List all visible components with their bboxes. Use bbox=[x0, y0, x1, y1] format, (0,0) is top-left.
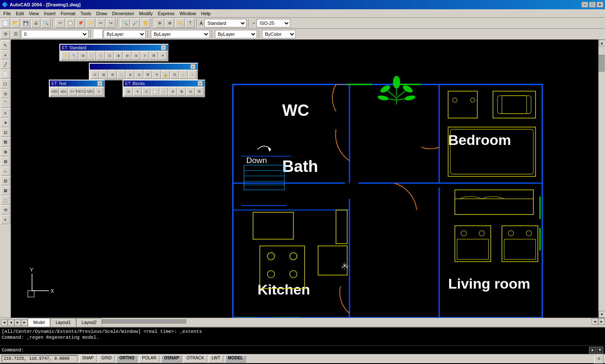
et-btn-5[interactable]: ∿ bbox=[96, 51, 105, 60]
preview-button[interactable]: 🔍 bbox=[41, 19, 51, 28]
tab-next2-button[interactable]: ► bbox=[21, 319, 28, 326]
lt-btn-4[interactable]: ⬜ bbox=[1, 70, 10, 79]
lt-btn-6[interactable]: ⊙ bbox=[1, 89, 10, 98]
lt-btn-19[interactable]: A bbox=[1, 215, 10, 224]
et-extra-close[interactable]: × bbox=[190, 64, 195, 69]
paste-button[interactable]: 📌 bbox=[76, 19, 85, 28]
lt-btn-12[interactable]: ⊕ bbox=[1, 147, 10, 156]
et-text-close[interactable]: × bbox=[97, 81, 102, 86]
et-blocks-title[interactable]: ET: Blocks × bbox=[123, 80, 204, 86]
color-swatch[interactable] bbox=[94, 29, 103, 39]
plotstyle-dropdown[interactable]: ByColor bbox=[262, 30, 296, 38]
tab-next-button[interactable]: ► bbox=[14, 319, 21, 326]
et-blk-btn-4[interactable]: 📋 bbox=[151, 87, 159, 96]
redo-button[interactable]: ↪ bbox=[106, 19, 115, 28]
et-ex-btn-2[interactable]: ⊠ bbox=[99, 70, 108, 79]
et-txt-btn-6[interactable]: ∿ bbox=[95, 87, 103, 96]
dimstyle-dropdown[interactable]: ISO-25 bbox=[257, 19, 290, 27]
otrack-button[interactable]: OTRACK bbox=[184, 355, 207, 363]
et-ex-btn-5[interactable]: ⊕ bbox=[126, 70, 134, 79]
et-extra-title[interactable]: × bbox=[90, 64, 197, 70]
lt-btn-8[interactable]: S bbox=[1, 108, 10, 118]
scrollbar-vertical[interactable]: ▲ ▼ bbox=[598, 40, 605, 318]
color-dropdown[interactable]: ByLayer bbox=[104, 30, 146, 38]
menu-format[interactable]: Format bbox=[58, 11, 78, 16]
layerlist-button[interactable]: ☰ bbox=[11, 29, 20, 39]
lt-btn-9[interactable]: ✦ bbox=[1, 118, 10, 127]
lt-btn-17[interactable]: ⬚ bbox=[1, 195, 10, 205]
lt-btn-2[interactable]: ⊿ bbox=[1, 50, 10, 59]
et-btn-6[interactable]: ⊡ bbox=[105, 51, 114, 60]
menu-view[interactable]: View bbox=[27, 11, 42, 16]
et-txt-btn-3[interactable]: A+ bbox=[68, 87, 77, 96]
et-blk-btn-1[interactable]: ⊞ bbox=[124, 87, 133, 96]
minimize-button[interactable]: − bbox=[581, 2, 588, 8]
menu-draw[interactable]: Draw bbox=[94, 11, 110, 16]
et-btn-11[interactable]: ⌘ bbox=[150, 51, 158, 60]
et-ex-btn-9[interactable]: 🔒 bbox=[161, 70, 170, 79]
scroll-down-button[interactable]: ▼ bbox=[599, 311, 605, 318]
scroll-thumb-v[interactable] bbox=[599, 55, 605, 72]
model-button[interactable]: MODEL bbox=[225, 355, 246, 363]
et-blocks-close[interactable]: × bbox=[198, 81, 203, 86]
copy-button[interactable]: 📋 bbox=[66, 19, 75, 28]
menu-file[interactable]: File bbox=[1, 11, 13, 16]
lt-btn-15[interactable]: ⊟ bbox=[1, 176, 10, 185]
polar-button[interactable]: POLAR bbox=[139, 355, 159, 363]
ortho-button[interactable]: ORTHO bbox=[116, 355, 137, 363]
cmd-input-row[interactable]: Command: ▲ ▼ bbox=[0, 345, 605, 354]
et-btn-10[interactable]: ≡ bbox=[141, 51, 149, 60]
menu-edit[interactable]: Edit bbox=[13, 11, 27, 16]
et-ex-btn-6[interactable]: ⊗ bbox=[135, 70, 143, 79]
zoom-prev-button[interactable]: 🔎 bbox=[131, 19, 140, 28]
et-ex-btn-4[interactable]: ⬚ bbox=[117, 70, 126, 79]
menu-dimension[interactable]: Dimension bbox=[110, 11, 137, 16]
pick-button[interactable]: ↖ bbox=[1, 40, 10, 50]
layer-dropdown[interactable]: 0 bbox=[21, 30, 88, 38]
lineweight-dropdown[interactable]: ByLayer bbox=[215, 30, 257, 38]
et-ex-btn-1[interactable]: ⊡ bbox=[91, 70, 99, 79]
lt-btn-7[interactable]: ⌒ bbox=[1, 99, 10, 108]
lt-btn-16[interactable]: ⊠ bbox=[1, 186, 10, 195]
menu-express[interactable]: Express bbox=[155, 11, 177, 16]
tab-prev2-button[interactable]: ◄ bbox=[8, 319, 14, 326]
new-button[interactable]: 📄 bbox=[1, 19, 10, 28]
maximize-button[interactable]: □ bbox=[589, 2, 596, 8]
et-blk-btn-8[interactable]: ⊗ bbox=[186, 87, 195, 96]
tab-layout2[interactable]: Layout2 bbox=[76, 318, 102, 327]
cut-button[interactable]: ✂ bbox=[56, 19, 65, 28]
scroll-right-button[interactable]: ► bbox=[598, 318, 605, 325]
dist-btn[interactable]: 📏 bbox=[175, 19, 185, 28]
lt-btn-11[interactable]: ⌘ bbox=[1, 137, 10, 147]
tab-prev-button[interactable]: ◄ bbox=[1, 319, 8, 326]
et-txt-btn-2[interactable]: abc bbox=[59, 87, 68, 96]
et-btn-12[interactable]: ✦ bbox=[158, 51, 167, 60]
et-btn-7[interactable]: ⊠ bbox=[114, 51, 123, 60]
lt-btn-5[interactable]: ⬡ bbox=[1, 79, 10, 88]
linetype-dropdown[interactable]: ByLayer bbox=[151, 30, 210, 38]
textstyle-dropdown[interactable]: Standard bbox=[204, 19, 246, 27]
et-ex-btn-7[interactable]: ⌘ bbox=[144, 70, 152, 79]
matchprop-button[interactable]: ⚡ bbox=[86, 19, 95, 28]
canvas-area[interactable]: Down Up WC Bath Bedroom Kitchen Living r… bbox=[11, 40, 598, 318]
et-txt-btn-1[interactable]: ABC bbox=[51, 87, 59, 96]
et-btn-9[interactable]: ⊗ bbox=[132, 51, 140, 60]
cmd-scroll-up[interactable]: ▲ bbox=[589, 347, 596, 353]
tab-layout1[interactable]: Layout1 bbox=[50, 318, 76, 327]
lt-btn-13[interactable]: ⊞ bbox=[1, 157, 10, 166]
print-button[interactable]: 🖨 bbox=[31, 19, 40, 28]
menu-modify[interactable]: Modify bbox=[137, 11, 155, 16]
et-standard-close[interactable]: × bbox=[161, 45, 166, 50]
et-ex-btn-8[interactable]: ✦ bbox=[153, 70, 161, 79]
et-standard-title[interactable]: ET: Standard × bbox=[60, 45, 168, 51]
lt-btn-10[interactable]: ⊡ bbox=[1, 128, 10, 137]
lwt-button[interactable]: LWT bbox=[209, 355, 223, 363]
scrollbar-h-thumb[interactable] bbox=[102, 319, 186, 324]
cmd-scroll-down[interactable]: ▼ bbox=[597, 347, 603, 353]
status-settings-button[interactable]: ⚙ bbox=[594, 354, 603, 364]
et-blk-btn-5[interactable]: ↔ bbox=[160, 87, 168, 96]
snap-button[interactable]: SNAP bbox=[79, 355, 96, 363]
et-btn-1[interactable]: ⚡ bbox=[61, 51, 70, 60]
xref-btn[interactable]: ⊗ bbox=[165, 19, 174, 28]
osnap-button[interactable]: OSNAP bbox=[161, 355, 182, 363]
